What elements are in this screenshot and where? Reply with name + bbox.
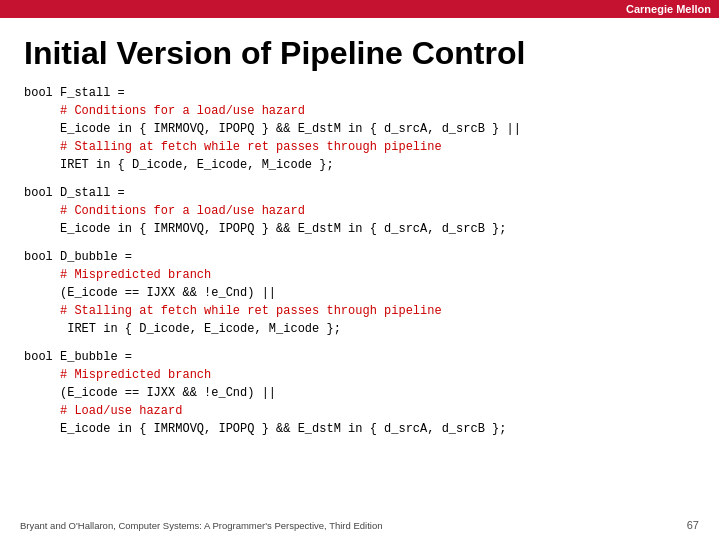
- footer-page-number: 67: [687, 519, 699, 531]
- d-bubble-block: bool D_bubble = # Mispredicted branch (E…: [24, 248, 695, 338]
- code-line-comment: # Mispredicted branch: [24, 366, 695, 384]
- code-line: (E_icode == IJXX && !e_Cnd) ||: [24, 384, 695, 402]
- code-line-comment: # Mispredicted branch: [24, 266, 695, 284]
- university-name: Carnegie Mellon: [626, 3, 711, 15]
- code-line-comment: # Conditions for a load/use hazard: [24, 202, 695, 220]
- top-bar: Carnegie Mellon: [0, 0, 719, 18]
- code-line: E_icode in { IMRMOVQ, IPOPQ } && E_dstM …: [24, 120, 695, 138]
- code-line: bool E_bubble =: [24, 348, 695, 366]
- code-line: E_icode in { IMRMOVQ, IPOPQ } && E_dstM …: [24, 420, 695, 438]
- code-line-comment: # Conditions for a load/use hazard: [24, 102, 695, 120]
- code-line: IRET in { D_icode, E_icode, M_icode };: [24, 320, 695, 338]
- code-line: (E_icode == IJXX && !e_Cnd) ||: [24, 284, 695, 302]
- footer-citation: Bryant and O'Hallaron, Computer Systems:…: [20, 520, 383, 531]
- code-line: bool F_stall =: [24, 84, 695, 102]
- code-line: IRET in { D_icode, E_icode, M_icode };: [24, 156, 695, 174]
- code-line: E_icode in { IMRMOVQ, IPOPQ } && E_dstM …: [24, 220, 695, 238]
- code-container: bool F_stall = # Conditions for a load/u…: [24, 84, 695, 438]
- code-line: bool D_bubble =: [24, 248, 695, 266]
- d-stall-block: bool D_stall = # Conditions for a load/u…: [24, 184, 695, 238]
- f-stall-block: bool F_stall = # Conditions for a load/u…: [24, 84, 695, 174]
- code-line-comment: # Stalling at fetch while ret passes thr…: [24, 302, 695, 320]
- page-title: Initial Version of Pipeline Control: [24, 34, 695, 72]
- code-line: bool D_stall =: [24, 184, 695, 202]
- e-bubble-block: bool E_bubble = # Mispredicted branch (E…: [24, 348, 695, 438]
- code-line-comment: # Stalling at fetch while ret passes thr…: [24, 138, 695, 156]
- code-line-comment: # Load/use hazard: [24, 402, 695, 420]
